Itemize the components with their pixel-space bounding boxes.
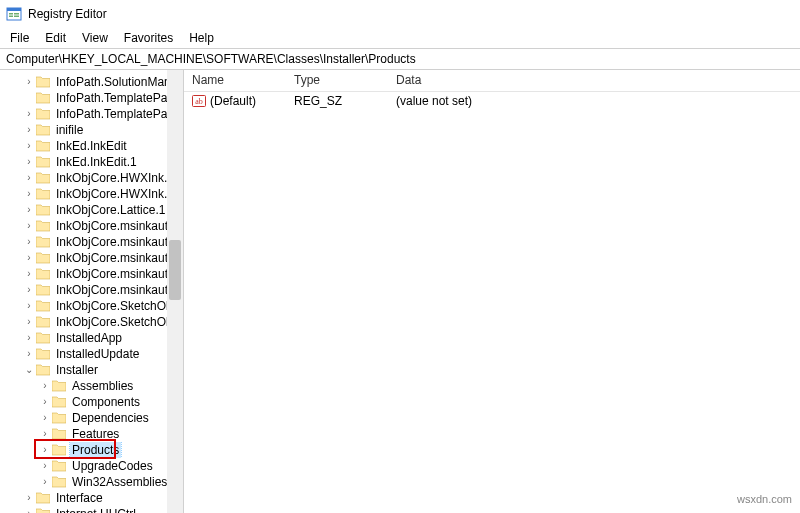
folder-icon xyxy=(36,508,50,513)
folder-icon xyxy=(36,108,50,120)
chevron-right-icon[interactable]: › xyxy=(38,378,52,394)
tree[interactable]: ›InfoPath.SolutionManifest.·InfoPath.Tem… xyxy=(0,70,183,513)
svg-rect-1 xyxy=(7,8,21,11)
folder-icon xyxy=(36,220,50,232)
chevron-right-icon[interactable]: › xyxy=(22,202,36,218)
tree-node[interactable]: ›InkObjCore.Lattice.1 xyxy=(2,202,183,218)
folder-icon xyxy=(52,380,66,392)
tree-node[interactable]: ›Products xyxy=(2,442,183,458)
tree-scrollbar[interactable] xyxy=(167,70,183,513)
menu-edit[interactable]: Edit xyxy=(37,29,74,47)
chevron-right-icon[interactable]: › xyxy=(38,426,52,442)
chevron-right-icon[interactable]: › xyxy=(22,218,36,234)
tree-node[interactable]: ›InkObjCore.SketchObj.Sket xyxy=(2,298,183,314)
tree-node-label: InkObjCore.msinkaut.InkRe xyxy=(54,234,183,250)
tree-node[interactable]: ⌄Installer xyxy=(2,362,183,378)
menubar: File Edit View Favorites Help xyxy=(0,28,800,48)
tree-node[interactable]: ›InfoPath.SolutionManifest. xyxy=(2,74,183,90)
tree-node[interactable]: ›InkObjCore.msinkaut.InkOb xyxy=(2,218,183,234)
tree-node[interactable]: ›InkObjCore.SketchObj.Sket xyxy=(2,314,183,330)
tree-node[interactable]: ›Dependencies xyxy=(2,410,183,426)
address-bar xyxy=(0,48,800,70)
tree-node[interactable]: ›Components xyxy=(2,394,183,410)
folder-icon xyxy=(36,316,50,328)
tree-node[interactable]: ›InkObjCore.HWXInk.E-Ink.1 xyxy=(2,186,183,202)
chevron-right-icon[interactable]: › xyxy=(22,186,36,202)
chevron-right-icon[interactable]: › xyxy=(22,282,36,298)
tree-node-label: Dependencies xyxy=(70,410,151,426)
svg-rect-5 xyxy=(14,16,19,18)
chevron-right-icon[interactable]: › xyxy=(22,506,36,513)
folder-icon xyxy=(36,124,50,136)
scrollbar-thumb[interactable] xyxy=(169,240,181,300)
chevron-right-icon[interactable]: › xyxy=(22,170,36,186)
chevron-right-icon[interactable]: › xyxy=(38,410,52,426)
tree-node[interactable]: ›Interface xyxy=(2,490,183,506)
folder-icon xyxy=(36,364,50,376)
chevron-right-icon[interactable]: › xyxy=(38,442,52,458)
col-header-data[interactable]: Data xyxy=(388,70,800,91)
tree-node-label: InkObjCore.msinkaut.InkRe xyxy=(54,266,183,282)
folder-icon xyxy=(36,76,50,88)
tree-node[interactable]: ›InkEd.InkEdit.1 xyxy=(2,154,183,170)
chevron-right-icon[interactable]: › xyxy=(22,154,36,170)
chevron-right-icon[interactable]: › xyxy=(22,346,36,362)
chevron-right-icon[interactable]: › xyxy=(22,106,36,122)
value-data: (value not set) xyxy=(388,94,800,108)
menu-help[interactable]: Help xyxy=(181,29,222,47)
tree-node[interactable]: ›InkObjCore.msinkaut.InkTra xyxy=(2,282,183,298)
tree-node[interactable]: ›Assemblies xyxy=(2,378,183,394)
tree-node-label: InkEd.InkEdit.1 xyxy=(54,154,139,170)
tree-node-label: InkObjCore.msinkaut.InkOb xyxy=(54,218,183,234)
tree-node[interactable]: ›InkEd.InkEdit xyxy=(2,138,183,154)
tree-node-label: InkObjCore.Lattice.1 xyxy=(54,202,167,218)
tree-node[interactable]: ›Win32Assemblies xyxy=(2,474,183,490)
tree-node[interactable]: ›InstalledUpdate xyxy=(2,346,183,362)
chevron-right-icon[interactable]: › xyxy=(22,138,36,154)
folder-icon xyxy=(36,252,50,264)
titlebar: Registry Editor xyxy=(0,0,800,28)
chevron-right-icon: · xyxy=(22,90,36,106)
chevron-right-icon[interactable]: › xyxy=(22,330,36,346)
tree-node-label: Internet.HHCtrl xyxy=(54,506,138,513)
chevron-right-icon[interactable]: › xyxy=(38,474,52,490)
list-header: Name Type Data xyxy=(184,70,800,92)
menu-favorites[interactable]: Favorites xyxy=(116,29,181,47)
tree-node[interactable]: ›UpgradeCodes xyxy=(2,458,183,474)
tree-node[interactable]: ·InfoPath.TemplatePart xyxy=(2,90,183,106)
tree-node[interactable]: ›InkObjCore.msinkaut.InkRe xyxy=(2,250,183,266)
tree-node[interactable]: ›InkObjCore.msinkaut.InkRe xyxy=(2,266,183,282)
address-input[interactable] xyxy=(4,51,796,67)
tree-node[interactable]: ›Features xyxy=(2,426,183,442)
tree-node[interactable]: ›InkObjCore.HWXInk.E-Ink xyxy=(2,170,183,186)
tree-node[interactable]: ›InfoPath.TemplatePart.2 xyxy=(2,106,183,122)
folder-icon xyxy=(52,428,66,440)
tree-node[interactable]: ›inifile xyxy=(2,122,183,138)
tree-node[interactable]: ›Internet.HHCtrl xyxy=(2,506,183,513)
chevron-right-icon[interactable]: › xyxy=(22,122,36,138)
tree-node-label: UpgradeCodes xyxy=(70,458,155,474)
menu-view[interactable]: View xyxy=(74,29,116,47)
tree-node[interactable]: ›InstalledApp xyxy=(2,330,183,346)
chevron-right-icon[interactable]: › xyxy=(22,490,36,506)
chevron-right-icon[interactable]: › xyxy=(22,74,36,90)
list-pane: Name Type Data ab (Default) REG_SZ (valu… xyxy=(184,70,800,513)
tree-node[interactable]: ›InkObjCore.msinkaut.InkRe xyxy=(2,234,183,250)
chevron-right-icon[interactable]: › xyxy=(22,250,36,266)
col-header-type[interactable]: Type xyxy=(286,70,388,91)
col-header-name[interactable]: Name xyxy=(184,70,286,91)
list-row[interactable]: ab (Default) REG_SZ (value not set) xyxy=(184,92,800,110)
tree-node-label: Assemblies xyxy=(70,378,135,394)
chevron-right-icon[interactable]: › xyxy=(22,234,36,250)
chevron-right-icon[interactable]: › xyxy=(22,266,36,282)
menu-file[interactable]: File xyxy=(2,29,37,47)
chevron-right-icon[interactable]: › xyxy=(38,458,52,474)
tree-node-label: Components xyxy=(70,394,142,410)
chevron-right-icon[interactable]: › xyxy=(22,314,36,330)
folder-icon xyxy=(36,332,50,344)
chevron-right-icon[interactable]: › xyxy=(38,394,52,410)
svg-text:ab: ab xyxy=(195,97,203,106)
folder-icon xyxy=(36,156,50,168)
chevron-down-icon[interactable]: ⌄ xyxy=(22,362,36,378)
chevron-right-icon[interactable]: › xyxy=(22,298,36,314)
